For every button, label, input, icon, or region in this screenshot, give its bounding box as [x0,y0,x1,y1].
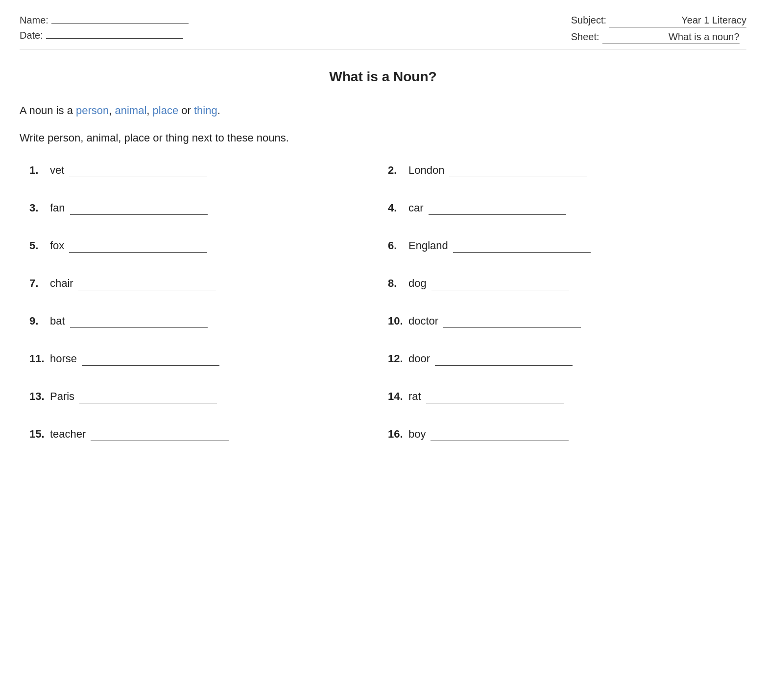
subject-value: Year 1 Literacy [609,15,746,27]
intro-word-animal: animal [115,104,147,117]
intro-word-place: place [153,104,179,117]
question-item: 2.London [388,164,746,177]
question-word: London [408,164,444,177]
question-word: boy [408,428,426,441]
question-item: 10.doctor [388,315,746,328]
intro-suffix: . [217,104,220,117]
question-item: 13.Paris [29,390,388,403]
intro-comma1: , [109,104,115,117]
answer-line[interactable] [79,390,217,403]
header: Name: Date: Subject: Year 1 Literacy She… [20,15,746,49]
name-field: Name: [20,15,189,26]
question-number: 14. [388,390,406,403]
answer-line[interactable] [91,428,228,441]
question-word: teacher [50,428,86,441]
question-number: 2. [388,164,406,177]
question-word: rat [408,390,421,403]
intro-comma2: , [146,104,152,117]
question-item: 8.dog [388,277,746,290]
question-number: 3. [29,202,47,214]
question-number: 10. [388,315,406,327]
subject-label: Subject: [571,15,606,26]
sheet-value: What is a noun? [602,31,740,44]
date-field: Date: [20,30,189,41]
answer-line[interactable] [70,315,208,328]
question-item: 15.teacher [29,428,388,441]
question-word: England [408,239,448,252]
header-left: Name: Date: [20,15,189,44]
sheet-field: Sheet: What is a noun? [571,31,746,44]
answer-line[interactable] [426,390,564,403]
answer-line[interactable] [431,428,568,441]
question-word: Paris [50,390,74,403]
question-number: 11. [29,352,47,365]
intro-word-thing: thing [194,104,217,117]
question-number: 7. [29,277,47,290]
question-number: 8. [388,277,406,290]
question-number: 15. [29,428,47,441]
question-item: 5.fox [29,239,388,253]
question-word: fan [50,202,65,214]
intro-mid: or [178,104,194,117]
question-number: 4. [388,202,406,214]
question-word: vet [50,164,64,177]
answer-line[interactable] [70,202,208,215]
name-value [51,22,189,23]
intro-prefix: A noun is a [20,104,76,117]
question-item: 14.rat [388,390,746,403]
question-number: 16. [388,428,406,441]
question-item: 6.England [388,239,746,253]
question-word: car [408,202,424,214]
questions-grid: 1.vet 2.London 3.fan 4.car [29,164,746,466]
question-number: 12. [388,352,406,365]
answer-line[interactable] [69,239,207,253]
question-item: 16.boy [388,428,746,441]
question-word: fox [50,239,64,252]
question-word: dog [408,277,427,290]
question-word: doctor [408,315,438,327]
date-label: Date: [20,30,43,41]
answer-line[interactable] [78,277,216,290]
question-item: 7.chair [29,277,388,290]
question-number: 9. [29,315,47,327]
answer-line[interactable] [69,164,207,177]
question-item: 3.fan [29,202,388,215]
question-word: horse [50,352,77,365]
date-value [46,37,183,39]
answer-line[interactable] [449,164,587,177]
question-item: 4.car [388,202,746,215]
answer-line[interactable] [453,239,591,253]
answer-line[interactable] [429,202,566,215]
question-number: 1. [29,164,47,177]
question-item: 12.door [388,352,746,366]
subject-field: Subject: Year 1 Literacy [571,15,746,27]
question-word: bat [50,315,65,327]
name-label: Name: [20,15,48,26]
answer-line[interactable] [435,352,573,366]
question-item: 11.horse [29,352,388,366]
answer-line[interactable] [431,277,569,290]
sheet-label: Sheet: [571,31,599,43]
question-item: 1.vet [29,164,388,177]
question-item: 9.bat [29,315,388,328]
question-number: 6. [388,239,406,252]
instructions-text: Write person, animal, place or thing nex… [20,132,746,144]
intro-word-person: person [76,104,109,117]
header-right: Subject: Year 1 Literacy Sheet: What is … [571,15,746,44]
question-number: 13. [29,390,47,403]
question-word: chair [50,277,73,290]
intro-text: A noun is a person, animal, place or thi… [20,104,746,117]
answer-line[interactable] [82,352,219,366]
question-number: 5. [29,239,47,252]
question-word: door [408,352,430,365]
answer-line[interactable] [443,315,581,328]
page-title: What is a Noun? [20,69,746,85]
